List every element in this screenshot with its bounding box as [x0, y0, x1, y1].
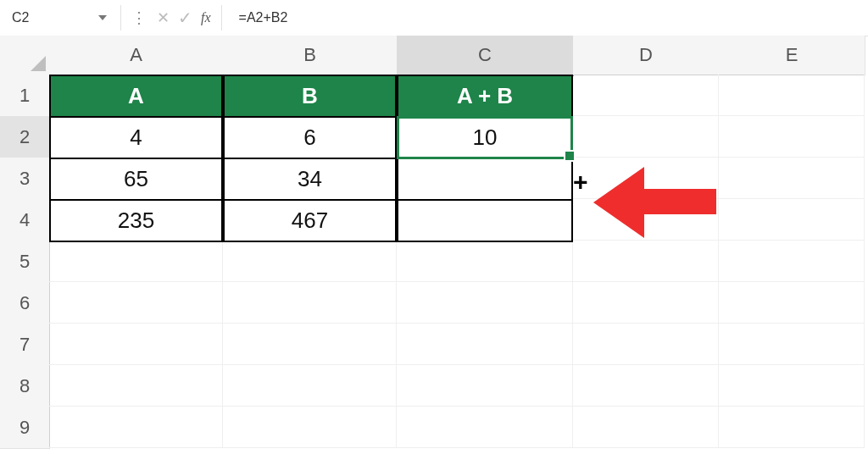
- cell-B7[interactable]: [223, 324, 397, 365]
- cell-C3[interactable]: [397, 158, 573, 201]
- cell-C1[interactable]: A + B: [397, 75, 573, 118]
- separator: [221, 5, 222, 30]
- chevron-down-icon[interactable]: [98, 15, 107, 20]
- cell-C7[interactable]: [397, 324, 573, 365]
- cell-C4[interactable]: [397, 199, 573, 242]
- cell-B1[interactable]: B: [223, 75, 397, 118]
- cell-D4[interactable]: [573, 199, 719, 241]
- accept-formula-icon[interactable]: ✓: [174, 8, 196, 28]
- cell-E2[interactable]: [719, 116, 865, 158]
- fx-icon[interactable]: fx: [201, 10, 211, 25]
- cell-B5[interactable]: [223, 241, 397, 282]
- row-header-2[interactable]: 2: [0, 116, 50, 158]
- cell-E4[interactable]: [719, 199, 865, 241]
- row-header-8[interactable]: 8: [0, 365, 50, 407]
- cell-A3[interactable]: 65: [49, 158, 223, 201]
- cell-E3[interactable]: [719, 158, 865, 199]
- formula-input[interactable]: =A2+B2: [227, 10, 868, 25]
- cell-A9[interactable]: [49, 407, 223, 448]
- cell-C9[interactable]: [397, 407, 573, 448]
- row-header-5[interactable]: 5: [0, 241, 50, 283]
- cell-E9[interactable]: [719, 407, 865, 448]
- cell-A4[interactable]: 235: [49, 199, 223, 242]
- cell-D7[interactable]: [573, 324, 719, 365]
- cell-D3[interactable]: [573, 158, 719, 199]
- cell-A1[interactable]: A: [49, 75, 223, 118]
- name-box-value: C2: [12, 10, 29, 25]
- cell-A8[interactable]: [49, 365, 223, 407]
- row-header-9[interactable]: 9: [0, 407, 50, 449]
- cell-A7[interactable]: [49, 324, 223, 365]
- cell-B3[interactable]: 34: [223, 158, 397, 201]
- row-header-1[interactable]: 1: [0, 75, 50, 117]
- col-header-E[interactable]: E: [719, 36, 865, 75]
- cell-D2[interactable]: [573, 116, 719, 158]
- cell-C6[interactable]: [397, 282, 573, 324]
- col-header-C[interactable]: C: [397, 36, 574, 76]
- cell-E6[interactable]: [719, 282, 865, 324]
- cell-D6[interactable]: [573, 282, 719, 324]
- cell-B9[interactable]: [223, 407, 397, 448]
- cancel-formula-icon[interactable]: ✕: [152, 8, 174, 27]
- cell-A2[interactable]: 4: [49, 116, 223, 159]
- cell-B6[interactable]: [223, 282, 397, 324]
- vertical-dots-icon[interactable]: ⋮: [131, 10, 147, 25]
- spreadsheet-grid[interactable]: A B C D E 1 2 3 4 5 6 7 8 9: [0, 36, 868, 454]
- row-header-7[interactable]: 7: [0, 324, 50, 366]
- formula-bar: C2 ⋮ ✕ ✓ fx =A2+B2: [0, 0, 868, 36]
- cell-C2[interactable]: 10: [397, 116, 573, 159]
- cell-E8[interactable]: [719, 365, 865, 407]
- cell-D8[interactable]: [573, 365, 719, 407]
- cell-B4[interactable]: 467: [223, 199, 397, 242]
- cell-B2[interactable]: 6: [223, 116, 397, 159]
- cell-D9[interactable]: [573, 407, 719, 448]
- separator: [120, 5, 121, 30]
- cell-E7[interactable]: [719, 324, 865, 365]
- cell-D5[interactable]: [573, 241, 719, 282]
- cell-A6[interactable]: [49, 282, 223, 324]
- cell-D1[interactable]: [573, 75, 719, 116]
- cell-B8[interactable]: [223, 365, 397, 407]
- row-header-3[interactable]: 3: [0, 158, 50, 200]
- col-header-A[interactable]: A: [49, 36, 224, 75]
- col-header-B[interactable]: B: [223, 36, 398, 75]
- cell-E5[interactable]: [719, 241, 865, 282]
- cell-A5[interactable]: [49, 241, 223, 282]
- row-header-6[interactable]: 6: [0, 282, 50, 324]
- col-header-D[interactable]: D: [573, 36, 720, 75]
- cell-C5[interactable]: [397, 241, 573, 282]
- select-all-corner[interactable]: [0, 36, 50, 75]
- cell-C8[interactable]: [397, 365, 573, 407]
- row-header-4[interactable]: 4: [0, 199, 50, 241]
- name-box[interactable]: C2: [0, 0, 115, 36]
- cell-E1[interactable]: [719, 75, 865, 116]
